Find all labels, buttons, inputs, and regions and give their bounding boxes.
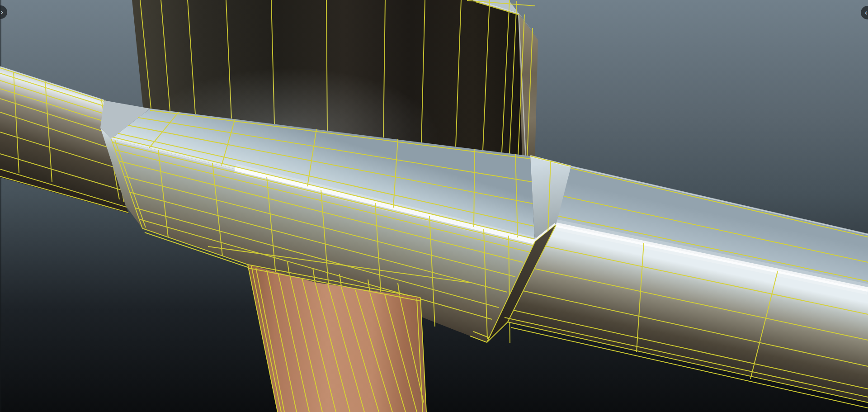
viewport-left-edge <box>0 0 1 412</box>
chevron-right-icon: › <box>0 9 4 16</box>
scene-canvas <box>0 0 868 412</box>
chevron-left-icon: ‹ <box>864 9 868 17</box>
viewport[interactable]: › ‹ <box>0 0 868 412</box>
